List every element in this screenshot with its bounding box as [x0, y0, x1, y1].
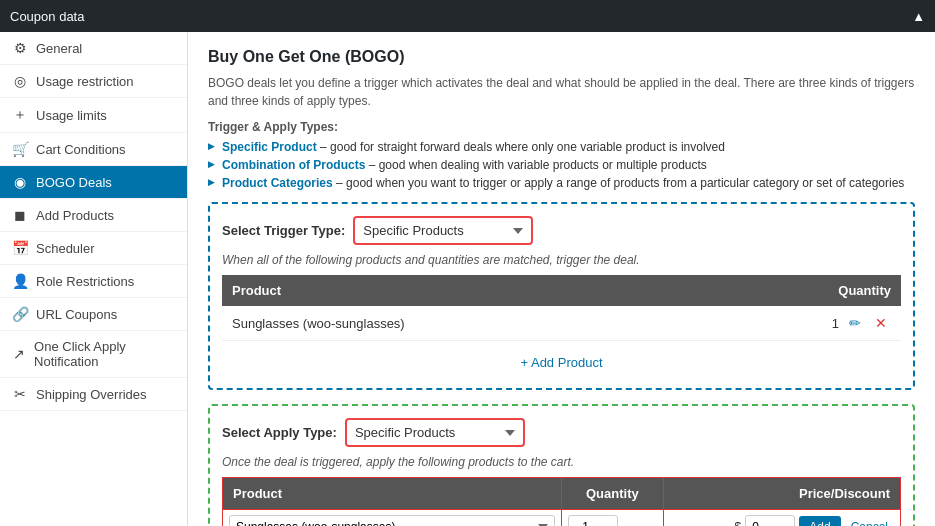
- apply-price-cell: $ Add Cancel: [663, 510, 900, 527]
- page-description: BOGO deals let you define a trigger whic…: [208, 74, 915, 110]
- trigger-types-list: Trigger & Apply Types: Specific Product …: [208, 120, 915, 192]
- sidebar-item-general[interactable]: ⚙ General: [0, 32, 187, 65]
- bogo-icon: ◉: [12, 174, 28, 190]
- general-icon: ⚙: [12, 40, 28, 56]
- apply-quantity-cell: [562, 510, 664, 527]
- oneclick-icon: ↗: [12, 346, 26, 362]
- main-layout: ⚙ General ◎ Usage restriction ＋ Usage li…: [0, 32, 935, 526]
- sidebar-item-usage-restriction[interactable]: ◎ Usage restriction: [0, 65, 187, 98]
- apply-price-input[interactable]: [745, 515, 795, 526]
- apply-product-cell: Sunglasses (woo-sunglasses): [223, 510, 562, 527]
- apply-select-row: Select Apply Type: Specific Products Com…: [222, 418, 901, 447]
- apply-quantity-input[interactable]: [568, 515, 618, 526]
- sidebar-item-usage-limits[interactable]: ＋ Usage limits: [0, 98, 187, 133]
- top-bar-arrow: ▲: [912, 9, 925, 24]
- top-bar: Coupon data ▲: [0, 0, 935, 32]
- sidebar-item-scheduler[interactable]: 📅 Scheduler: [0, 232, 187, 265]
- delete-trigger-row-button[interactable]: ✕: [871, 313, 891, 333]
- cart-icon: 🛒: [12, 141, 28, 157]
- main-content: Buy One Get One (BOGO) BOGO deals let yo…: [188, 32, 935, 526]
- table-row: Sunglasses (woo-sunglasses) 1 ✏ ✕: [222, 306, 901, 341]
- trigger-select-row: Select Trigger Type: Specific Products C…: [222, 216, 901, 245]
- trigger-type-specific: Specific Product – good for straight for…: [208, 138, 915, 156]
- apply-info-text: Once the deal is triggered, apply the fo…: [222, 455, 901, 469]
- apply-col-product: Product: [223, 478, 562, 510]
- limits-icon: ＋: [12, 106, 28, 124]
- apply-box: Select Apply Type: Specific Products Com…: [208, 404, 915, 526]
- app-container: Coupon data ▲ ⚙ General ◎ Usage restrict…: [0, 0, 935, 526]
- apply-select-label: Select Apply Type:: [222, 425, 337, 440]
- edit-trigger-row-button[interactable]: ✏: [845, 313, 865, 333]
- trigger-type-items: Specific Product – good for straight for…: [208, 138, 915, 192]
- apply-table: Product Quantity Price/Discount Sunglass…: [222, 477, 901, 526]
- trigger-add-product-row: + Add Product: [222, 349, 901, 376]
- restriction-icon: ◎: [12, 73, 28, 89]
- add-products-icon: ◼: [12, 207, 28, 223]
- apply-type-select[interactable]: Specific Products Combination of Product…: [345, 418, 525, 447]
- apply-col-quantity: Quantity: [562, 478, 664, 510]
- trigger-type-select[interactable]: Specific Products Combination of Product…: [353, 216, 533, 245]
- top-bar-title: Coupon data: [10, 9, 84, 24]
- apply-cancel-button[interactable]: Cancel: [845, 516, 894, 526]
- scheduler-icon: 📅: [12, 240, 28, 256]
- trigger-quantity-cell: 1 ✏ ✕: [703, 306, 901, 341]
- apply-add-button[interactable]: Add: [799, 516, 840, 526]
- url-icon: 🔗: [12, 306, 28, 322]
- trigger-add-product-link[interactable]: + Add Product: [222, 349, 901, 376]
- sidebar: ⚙ General ◎ Usage restriction ＋ Usage li…: [0, 32, 188, 526]
- trigger-info-text: When all of the following products and q…: [222, 253, 901, 267]
- trigger-product-cell: Sunglasses (woo-sunglasses): [222, 306, 703, 341]
- trigger-col-product: Product: [222, 275, 703, 306]
- page-title: Buy One Get One (BOGO): [208, 48, 915, 66]
- apply-col-price: Price/Discount: [663, 478, 900, 510]
- trigger-type-combination: Combination of Products – good when deal…: [208, 156, 915, 174]
- apply-product-select[interactable]: Sunglasses (woo-sunglasses): [229, 515, 555, 526]
- shipping-icon: ✂: [12, 386, 28, 402]
- trigger-qty-value: 1: [832, 316, 839, 331]
- apply-table-row: Sunglasses (woo-sunglasses) $: [223, 510, 901, 527]
- sidebar-item-one-click[interactable]: ↗ One Click Apply Notification: [0, 331, 187, 378]
- sidebar-item-bogo-deals[interactable]: ◉ BOGO Deals: [0, 166, 187, 199]
- role-icon: 👤: [12, 273, 28, 289]
- price-symbol: $: [735, 520, 742, 526]
- trigger-col-quantity: Quantity: [703, 275, 901, 306]
- sidebar-item-shipping-overrides[interactable]: ✂ Shipping Overrides: [0, 378, 187, 411]
- sidebar-item-role-restrictions[interactable]: 👤 Role Restrictions: [0, 265, 187, 298]
- sidebar-item-url-coupons[interactable]: 🔗 URL Coupons: [0, 298, 187, 331]
- trigger-table: Product Quantity Sunglasses (woo-sunglas…: [222, 275, 901, 341]
- trigger-type-categories: Product Categories – good when you want …: [208, 174, 915, 192]
- trigger-box: Select Trigger Type: Specific Products C…: [208, 202, 915, 390]
- trigger-apply-label: Trigger & Apply Types:: [208, 120, 915, 134]
- sidebar-item-add-products[interactable]: ◼ Add Products: [0, 199, 187, 232]
- sidebar-item-cart-conditions[interactable]: 🛒 Cart Conditions: [0, 133, 187, 166]
- trigger-select-label: Select Trigger Type:: [222, 223, 345, 238]
